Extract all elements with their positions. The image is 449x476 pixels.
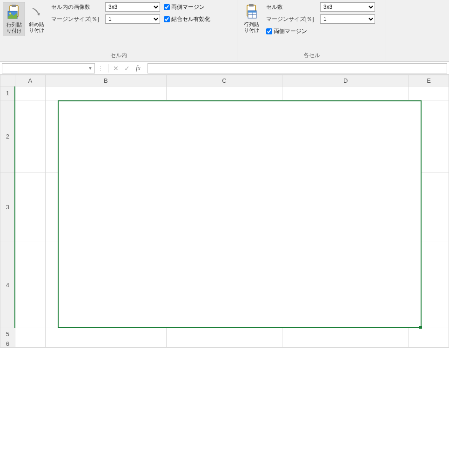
margin-size-select-2[interactable]: 1 [320,14,375,24]
cell[interactable] [409,172,449,242]
cell[interactable] [45,242,166,328]
paste-diagonal-label: 斜め貼 り付け [29,21,44,33]
cell[interactable] [282,172,409,242]
margin-size-label: マージンサイズ[％] [51,15,105,23]
cell[interactable] [45,328,166,340]
merge-cell-input[interactable] [164,16,170,22]
cell[interactable] [409,340,449,348]
cells-count-select[interactable]: 3x3 [320,2,375,12]
clipboard-grid-icon [244,4,259,20]
cell[interactable] [282,86,409,100]
both-margin-checkbox[interactable]: 両側マージン [164,3,205,11]
cell[interactable] [282,328,409,340]
group1-label: セル内 [0,51,237,61]
col-header-d[interactable]: D [282,75,409,86]
cell[interactable] [409,328,449,340]
row-header-3[interactable]: 3 [0,172,15,242]
images-count-label: セル内の画像数 [51,3,105,11]
select-all-corner[interactable] [0,75,15,86]
cell[interactable] [15,340,45,348]
row-header-6[interactable]: 6 [0,340,15,348]
cell[interactable] [409,100,449,172]
paste-diagonal-button[interactable]: 斜め貼 り付け [25,2,47,35]
cell[interactable] [166,242,282,328]
accept-formula-button[interactable]: ✓ [121,65,133,72]
col-header-c[interactable]: C [166,75,282,86]
both-margin-label: 両側マージン [171,3,205,11]
cell[interactable] [409,242,449,328]
margin-size-select[interactable]: 1 [105,14,160,24]
both-margin-label-2: 両側マージン [274,27,307,35]
ribbon-group-each-cell: 行列貼 り付け セル数 3x3 マージンサイズ[％] 1 [237,0,386,61]
both-margin-checkbox-2[interactable]: 両側マージン [266,27,307,35]
svg-rect-9 [248,11,256,13]
cells-count-label: セル数 [266,3,320,11]
divider-dots-icon: ⋮ [95,65,106,72]
paste-row-col-label-2: 行列貼 り付け [244,21,259,33]
cell[interactable] [15,100,45,172]
cell[interactable] [45,100,166,172]
name-box[interactable]: ▼ [2,63,95,73]
paste-row-col-button-2[interactable]: 行列貼 り付け [240,2,262,35]
row-header-4[interactable]: 4 [0,242,15,328]
cell[interactable] [166,328,282,340]
cell[interactable] [282,242,409,328]
cell[interactable] [166,100,282,172]
row-header-2[interactable]: 2 [0,100,15,172]
svg-point-3 [9,13,11,14]
col-header-b[interactable]: B [45,75,166,86]
formula-bar: ▼ ⋮ ✕ ✓ fx [0,62,449,75]
ribbon: 行列貼 り付け 斜め貼 り付け セル内の画像数 3x3 [0,0,449,62]
cell[interactable] [15,172,45,242]
col-header-e[interactable]: E [409,75,449,86]
svg-rect-5 [249,4,254,7]
cell[interactable] [409,86,449,100]
fx-button[interactable]: fx [133,65,144,72]
cell[interactable] [282,340,409,348]
cell[interactable] [45,172,166,242]
col-header-a[interactable]: A [15,75,45,86]
row-header-5[interactable]: 5 [0,328,15,340]
cell[interactable] [166,172,282,242]
both-margin-input[interactable] [164,4,170,10]
row-header-1[interactable]: 1 [0,86,15,100]
active-row-indicator [14,86,15,328]
cell[interactable] [166,340,282,348]
merge-cell-checkbox[interactable]: 結合セル有効化 [164,15,210,23]
formula-input[interactable] [147,63,447,73]
paste-row-col-label: 行列貼 り付け [7,22,22,34]
images-count-select[interactable]: 3x3 [105,2,160,12]
svg-rect-1 [12,5,16,7]
cancel-formula-button[interactable]: ✕ [110,65,121,72]
cell[interactable] [166,86,282,100]
group2-label: 各セル [237,51,386,61]
cell[interactable] [45,340,166,348]
cell[interactable] [15,242,45,328]
margin-size-label-2: マージンサイズ[％] [266,15,320,23]
cell[interactable] [45,86,166,100]
clipboard-image-icon [7,4,21,21]
paste-row-col-button[interactable]: 行列貼 り付け [3,2,25,36]
spreadsheet-grid[interactable]: A B C D E 1 2 3 4 5 6 [0,75,449,348]
merge-cell-label: 結合セル有効化 [171,15,210,23]
cell[interactable] [15,86,45,100]
cell[interactable] [282,100,409,172]
sheet-area: A B C D E 1 2 3 4 5 6 [0,75,449,348]
cell[interactable] [15,328,45,340]
name-box-dropdown-icon[interactable]: ▼ [88,66,93,71]
both-margin-input-2[interactable] [266,28,272,34]
diagonal-arrow-icon [29,4,44,20]
ribbon-group-cell-inside: 行列貼 り付け 斜め貼 り付け セル内の画像数 3x3 [0,0,237,61]
